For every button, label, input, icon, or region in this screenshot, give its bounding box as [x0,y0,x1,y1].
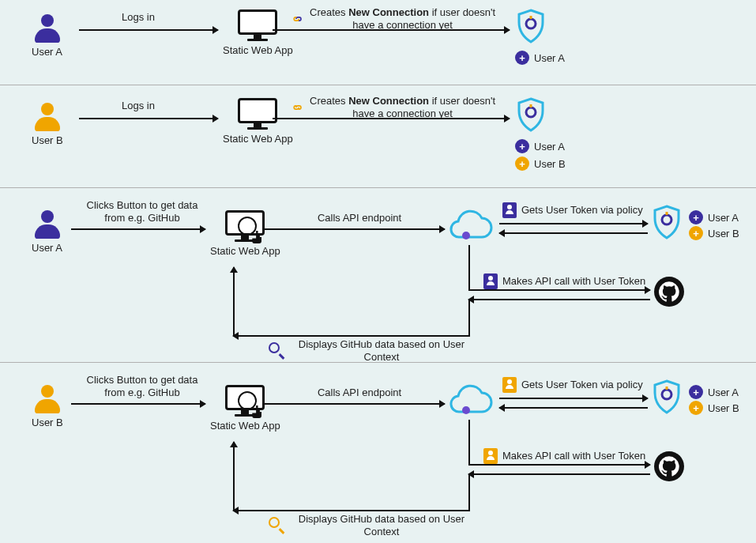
badges-a: +User A [515,51,565,65]
contact-card-icon [483,273,498,289]
person-icon [33,385,62,413]
plus-icon: + [515,51,529,65]
plus-icon: + [689,210,703,224]
swa-label: Static Web App [223,44,293,56]
svg-point-0 [526,19,536,28]
magnifier-icon [269,342,284,360]
shield-icon [515,8,547,44]
monitor-icon [236,9,279,41]
svg-point-1 [526,107,536,117]
badge-user-a: +User A [515,51,565,65]
badge-user-a: +User A [689,385,739,399]
new-conn-label: Creates New Connection if user doesn't h… [292,6,498,32]
plus-icon: + [689,401,703,415]
shield-icon [651,379,683,415]
shield-node [651,379,683,415]
badges-side-b: +User A +User B [689,385,739,415]
shield-node [515,8,547,44]
makes-call-label: Makes API call with User Token [483,448,657,464]
arrow-click-a [71,228,205,230]
plus-icon: + [515,156,529,171]
arrow-api-a [265,228,445,230]
github-node [654,451,684,481]
user-b-node: User B [32,103,63,146]
badges-ab: +User A +User B [515,139,566,171]
badge-user-a: +User A [689,210,739,224]
monitor-icon [236,98,279,130]
logs-in-label: Logs in [103,11,174,24]
cloud-icon [444,206,495,243]
github-icon [654,451,684,481]
arrow-gh-back-b [468,473,650,475]
user-a-node: User A [32,14,62,58]
calls-api-label: Calls API endpoint [292,387,427,399]
swa-touch-node: Static Web App [210,210,280,257]
panel-user-a-flow: User A Clicks Button to get data from e.… [0,188,756,363]
shield-node [515,96,547,133]
person-icon [33,14,62,43]
click-button-label: Clicks Button to get data from e.g. GitH… [79,374,205,400]
makes-call-label: Makes API call with User Token [483,273,657,289]
plus-icon: + [689,226,703,240]
monitor-touch-icon [224,385,266,417]
arrow-conn-a [273,29,510,31]
shield-node [651,204,683,240]
svg-point-5 [662,390,671,399]
shield-icon [515,96,547,133]
svg-point-2 [462,232,470,239]
contact-card-icon [502,377,517,393]
arrow-login-a [79,29,218,31]
arrow-return-a [233,335,470,337]
new-conn-text: Creates New Connection if user doesn't h… [307,6,498,32]
vline-up-a [233,267,235,337]
contact-card-icon [502,202,517,218]
swa-touch-node: Static Web App [210,385,280,432]
badges-side-a: +User A +User B [689,210,739,240]
link-icon [292,11,303,27]
displays-label: Displays GitHub data based on User Conte… [269,338,474,364]
arrow-return-b [233,510,470,511]
arrow-token-out-a [499,223,648,224]
user-b-label: User B [32,134,63,146]
arrow-gh-back-a [468,299,650,300]
badge-user-b: +User B [689,401,739,415]
magnifier-icon [269,517,284,534]
user-a-label: User A [32,46,62,58]
vline-up-b [233,442,235,511]
gets-token-label: Gets User Token via policy [502,377,660,393]
arrow-conn-b [273,118,510,119]
swa-label: Static Web App [210,420,280,432]
panel-user-a-login: User A Logs in Static Web App Creates Ne… [0,0,756,85]
arrow-gh-out-a [468,289,650,291]
arrow-api-b [265,403,445,405]
gets-token-label: Gets User Token via policy [502,202,660,218]
arrow-token-out-b [499,398,648,399]
user-a-node: User A [32,210,62,254]
vline-cloud-a [468,245,470,289]
arrow-token-back-b [499,407,648,409]
swa-label: Static Web App [210,245,280,257]
github-node [654,277,684,307]
shield-icon [651,204,683,240]
new-conn-text: Creates New Connection if user doesn't h… [307,95,498,121]
plus-icon: + [515,139,529,153]
person-icon [33,210,62,239]
logs-in-label: Logs in [103,100,174,112]
displays-label: Displays GitHub data based on User Conte… [269,513,474,539]
swa-label: Static Web App [223,133,293,145]
arrow-click-b [71,403,205,405]
new-conn-label: Creates New Connection if user doesn't h… [292,95,498,121]
person-icon [33,103,62,131]
swa-node: Static Web App [223,98,293,145]
contact-card-icon [483,448,498,464]
badge-user-b: +User B [689,226,739,240]
github-icon [654,277,684,307]
arrow-gh-out-b [468,464,650,466]
calls-api-label: Calls API endpoint [292,212,427,224]
vline-return-b [468,473,470,510]
arrow-login-b [79,118,218,119]
svg-point-3 [662,215,671,224]
vline-return-a [468,299,470,335]
badge-user-b: +User B [515,156,566,171]
arrow-token-back-a [499,232,648,234]
